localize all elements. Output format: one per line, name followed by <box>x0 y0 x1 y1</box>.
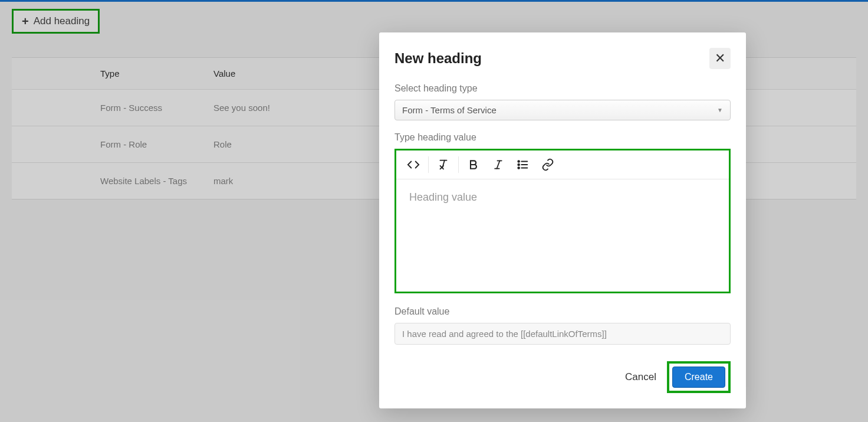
heading-value-editor: Heading value <box>394 149 731 293</box>
svg-line-2 <box>497 161 500 168</box>
select-value: Form - Terms of Service <box>402 105 497 115</box>
italic-button[interactable] <box>486 153 511 176</box>
clear-formatting-button[interactable] <box>431 153 456 176</box>
link-button[interactable] <box>535 153 560 176</box>
new-heading-modal: New heading ✕ Select heading type Form -… <box>379 32 746 408</box>
select-heading-type-label: Select heading type <box>394 83 731 94</box>
clear-format-icon <box>437 158 450 171</box>
chevron-down-icon: ▼ <box>717 107 723 113</box>
bold-icon <box>468 159 479 171</box>
svg-point-7 <box>518 164 520 166</box>
svg-point-6 <box>518 161 520 162</box>
create-button-highlight: Create <box>667 361 731 393</box>
list-button[interactable] <box>511 153 535 176</box>
bold-button[interactable] <box>461 153 486 176</box>
toolbar-divider <box>428 156 429 173</box>
code-icon <box>407 158 420 171</box>
list-icon <box>517 158 530 171</box>
svg-point-8 <box>518 167 520 169</box>
editor-toolbar <box>396 151 729 179</box>
heading-type-select[interactable]: Form - Terms of Service ▼ <box>394 100 731 120</box>
type-heading-value-label: Type heading value <box>394 132 731 143</box>
cancel-button[interactable]: Cancel <box>625 371 656 383</box>
toolbar-divider <box>458 156 459 173</box>
italic-icon <box>492 159 504 171</box>
close-button[interactable]: ✕ <box>709 48 731 69</box>
close-icon: ✕ <box>715 51 725 66</box>
editor-content-area[interactable]: Heading value <box>396 179 729 292</box>
modal-title: New heading <box>394 50 482 67</box>
link-icon <box>541 158 554 171</box>
default-value-label: Default value <box>394 306 731 317</box>
source-code-button[interactable] <box>401 153 426 176</box>
default-value-input <box>394 323 731 345</box>
create-button[interactable]: Create <box>672 367 725 388</box>
